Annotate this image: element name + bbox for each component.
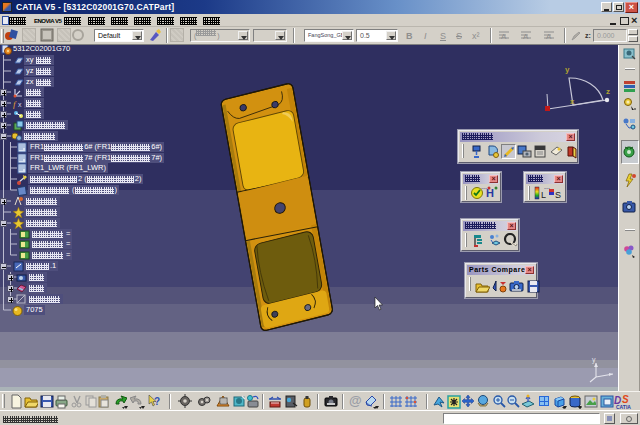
svg-text:z: z [606, 87, 610, 96]
svg-text:S: S [555, 190, 561, 200]
svg-text:?: ? [154, 396, 160, 407]
svg-text:x: x [570, 97, 575, 106]
svg-text:A: A [523, 32, 529, 41]
svg-text:f: f [13, 99, 17, 109]
svg-text:A: A [546, 32, 552, 41]
svg-text:y: y [592, 356, 596, 364]
svg-text:y: y [565, 65, 570, 74]
svg-text:x: x [18, 101, 22, 108]
svg-text:A: A [501, 32, 507, 41]
svg-text:L: L [541, 190, 546, 200]
